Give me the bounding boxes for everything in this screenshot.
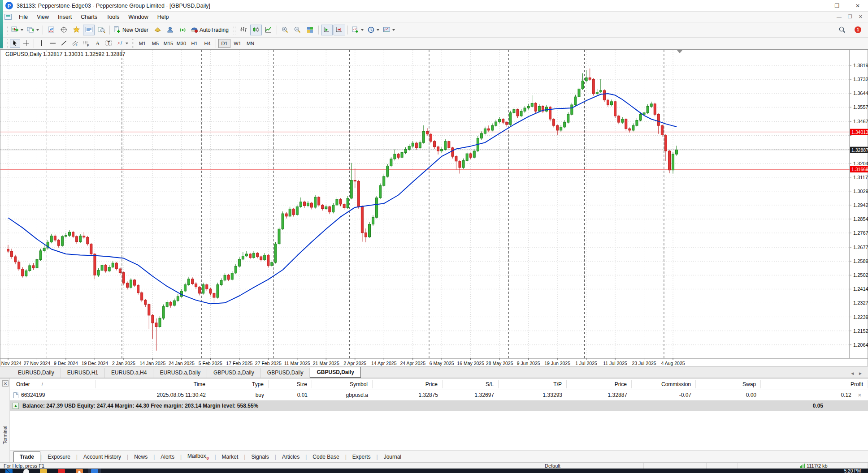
cursor-button[interactable] [10,39,20,48]
column-header-order[interactable]: Order/ [10,380,96,388]
minimize-button[interactable]: — [806,0,827,12]
status-template[interactable]: Default [541,463,597,469]
templates-button[interactable] [382,25,396,35]
terminal-tab-journal[interactable]: Journal [378,452,407,462]
close-button[interactable]: ✕ [847,0,868,12]
signals-button[interactable] [177,25,188,35]
menu-view[interactable]: View [32,13,53,22]
trendline-button[interactable] [59,39,69,48]
media-app-icon[interactable] [58,469,65,473]
column-header-s-l[interactable]: S/L [443,380,499,388]
text-button[interactable]: A [92,39,103,48]
terminal-tab-news[interactable]: News [128,452,153,462]
chevron-down-icon[interactable] [361,29,364,31]
notification-badge[interactable]: 1 [855,26,861,33]
terminal-tab-mailbox[interactable]: Mailbox8 [182,451,214,462]
column-header-commission[interactable]: Commission [632,380,696,388]
chart-tab-eurusd-daily-0[interactable]: EURUSD,Daily [12,368,61,378]
timeframe-m1[interactable]: M1 [136,39,148,48]
tab-scroll-left-icon[interactable]: ◄ [850,371,855,376]
column-header-type[interactable]: Type [210,380,269,388]
chart-tab-eurusd-a-h4-2[interactable]: EURUSD.a,H4 [105,368,153,378]
terminal-tab-exposure[interactable]: Exposure [42,452,76,462]
column-header-profit[interactable]: Profit [761,380,868,388]
metaeditor-button[interactable] [152,25,163,35]
terminal-tab-articles[interactable]: Articles [276,452,305,462]
column-header-price[interactable]: Price [373,380,443,388]
timeframe-m15[interactable]: M15 [162,39,174,48]
chevron-down-icon[interactable] [21,29,23,31]
search-button[interactable] [836,25,848,35]
child-restore-icon[interactable]: ❐ [848,14,852,20]
tile-windows-button[interactable] [304,25,316,35]
terminal-tab-market[interactable]: Market [216,452,244,462]
zoom-out-button[interactable] [292,25,304,35]
arrows-button[interactable] [115,39,130,48]
indicators-button[interactable] [350,25,365,35]
close-position-icon[interactable]: ✕ [858,392,862,398]
chart-tab-gbpusd-daily-5[interactable]: GBPUSD,Daily [261,368,310,378]
menu-tools[interactable]: Tools [102,13,124,22]
column-header-price[interactable]: Price [567,380,632,388]
fibonacci-button[interactable]: F [81,39,91,48]
community-button[interactable] [164,25,176,35]
channel-button[interactable]: E [70,39,80,48]
explorer-icon[interactable] [40,469,47,473]
crosshair-button[interactable] [21,39,31,48]
chevron-down-icon[interactable] [377,29,379,31]
periods-button[interactable] [366,25,381,35]
navigator-button[interactable] [70,25,82,35]
price-chart[interactable]: 1.381951.373201.364451.355701.346701.320… [0,49,868,366]
child-close-icon[interactable]: ✕ [859,14,863,20]
taskbar-search-icon[interactable] [23,469,29,473]
terminal-tab-trade[interactable]: Trade [13,452,40,462]
terminal-tab-account-history[interactable]: Account History [78,452,127,462]
column-header-size[interactable]: Size [269,380,312,388]
column-header-symbol[interactable]: Symbol [312,380,373,388]
child-minimize-icon[interactable]: — [837,14,842,20]
menu-window[interactable]: Window [124,13,152,22]
strategy-tester-button[interactable] [95,25,107,35]
column-header-t-p[interactable]: T/P [499,380,567,388]
menu-file[interactable]: File [14,13,32,22]
timeframe-h4[interactable]: H4 [201,39,213,48]
hline-button[interactable] [48,39,58,48]
terminal-close-icon[interactable]: ✕ [2,380,9,387]
chart-tab-eurusd-a-daily-3[interactable]: EURUSD.a,Daily [153,368,207,378]
start-icon[interactable] [5,469,13,473]
timeframe-h1[interactable]: H1 [188,39,200,48]
chart-tab-eurusd-h1-1[interactable]: EURUSD,H1 [61,368,105,378]
chart-shift-button[interactable] [334,25,345,35]
bar-chart-button[interactable] [238,25,249,35]
column-header-time[interactable]: Time [96,380,210,388]
terminal-tab-signals[interactable]: Signals [245,452,274,462]
chart-tab-gbpusd-daily-6[interactable]: GBPUSD,Daily [310,367,360,378]
terminal-tab-alerts[interactable]: Alerts [155,452,180,462]
chevron-down-icon[interactable] [392,29,395,31]
terminal-tab-code-base[interactable]: Code Base [307,452,345,462]
menu-help[interactable]: Help [153,13,174,22]
terminal-tab-experts[interactable]: Experts [347,452,377,462]
column-header-swap[interactable]: Swap [696,380,761,388]
timeframe-w1[interactable]: W1 [231,39,243,48]
mt4-taskbar-slot[interactable] [88,469,101,473]
line-chart-button[interactable] [263,25,274,35]
notification-badge-button[interactable]: 1 [851,25,863,35]
chevron-down-icon[interactable] [36,29,39,31]
candle-chart-button[interactable] [250,25,262,35]
profiles-button[interactable] [26,25,40,35]
tab-scroll-right-icon[interactable]: ► [858,371,863,376]
toolbar-grip[interactable] [132,39,134,48]
menu-insert[interactable]: Insert [53,13,76,22]
data-window-button[interactable] [58,25,69,35]
chart-window-icon[interactable] [4,14,12,20]
sort-indicator[interactable]: / [42,382,43,387]
auto-scroll-button[interactable] [321,25,333,35]
toolbar-grip[interactable] [5,26,8,34]
timeframe-m5[interactable]: M5 [149,39,161,48]
autotrading-button[interactable]: AutoTrading [189,25,231,35]
new-order-button[interactable]: New Order [112,25,151,35]
new-chart-button[interactable] [10,25,25,35]
vline-button[interactable] [36,39,47,48]
order-row[interactable]: 663241992025.08.05 11:30:42buy0.01gbpusd… [10,390,868,400]
